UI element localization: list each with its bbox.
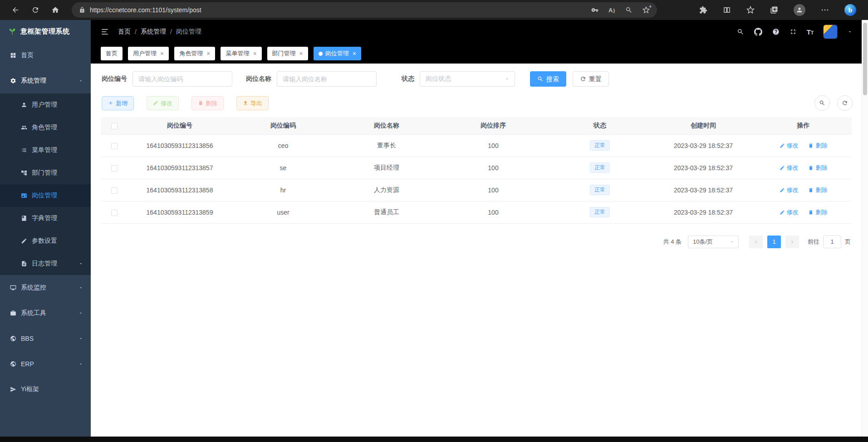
table-row[interactable]: 1641030593112313857 se 项目经理 100 正常 2023-… [101,157,852,179]
search-button[interactable]: 搜索 [530,71,566,87]
sidebar-item-dict-mgmt[interactable]: 字典管理 [0,207,91,230]
breadcrumb-home[interactable]: 首页 [118,28,131,36]
select-all-checkbox[interactable] [111,123,118,129]
paper-plane-icon [10,386,16,393]
copilot-bing-icon[interactable]: b [844,4,856,16]
app-logo: 意框架管理系统 [0,20,91,43]
add-favorite-star-icon[interactable]: + [642,6,650,14]
tab-post-mgmt[interactable]: 岗位管理 × [314,47,361,60]
tab-close-icon[interactable]: × [206,50,210,57]
fullscreen-icon[interactable] [790,28,797,35]
sidebar-item-yi-framework[interactable]: Yi框架 [0,377,91,402]
tab-user-mgmt[interactable]: 用户管理 × [128,47,169,60]
delete-button[interactable]: 删除 [191,96,224,110]
cell-post-sort: 100 [438,179,548,201]
header-search-icon[interactable] [737,28,744,35]
browser-back-button[interactable] [5,2,25,18]
extensions-puzzle-icon[interactable] [699,6,707,14]
cell-post-id: 1641030593112313858 [128,179,231,201]
font-size-icon[interactable]: TT [807,28,814,36]
sidebar-item-system-mgmt[interactable]: 系统管理 [0,68,91,93]
breadcrumb-section[interactable]: 系统管理 [141,28,166,36]
password-key-icon[interactable] [591,6,598,14]
sidebar-item-log-mgmt[interactable]: 日志管理 [0,252,91,275]
chevron-down-icon[interactable] [847,29,853,34]
collections-icon[interactable] [770,6,778,14]
browser-home-button[interactable] [45,2,65,18]
tab-home[interactable]: 首页 [101,47,123,60]
tab-close-icon[interactable]: × [253,50,256,57]
help-question-icon[interactable] [772,28,780,35]
post-code-input[interactable] [132,71,232,87]
user-avatar[interactable] [824,25,837,39]
row-checkbox[interactable] [111,143,118,149]
status-select[interactable]: 岗位状态 [420,71,515,87]
sidebar-item-home[interactable]: 首页 [0,43,91,68]
toggle-search-button[interactable] [814,95,830,111]
prev-page-button[interactable] [749,236,763,248]
col-post-code: 岗位编码 [231,117,335,134]
row-checkbox[interactable] [111,187,118,194]
read-aloud-icon[interactable]: A) [608,7,615,14]
row-delete-link[interactable]: 删除 [808,208,827,216]
row-edit-link[interactable]: 修改 [780,142,799,150]
breadcrumb: 首页 / 系统管理 / 岗位管理 [118,28,201,36]
add-button[interactable]: 新增 [102,96,134,110]
post-name-label: 岗位名称 [246,75,271,83]
row-delete-link[interactable]: 删除 [808,164,827,172]
github-icon[interactable] [754,28,762,36]
sidebar-item-erp[interactable]: ERP [0,351,91,377]
address-bar[interactable]: https://ccnetcore.com:1101/system/post A… [72,2,657,18]
tab-dept-mgmt[interactable]: 部门管理 × [267,47,308,60]
reset-button[interactable]: 重置 [573,71,609,87]
table-row[interactable]: 1641030593112313858 hr 人力资源 100 正常 2023-… [101,179,852,201]
row-delete-link[interactable]: 删除 [808,186,827,194]
sidebar-item-bbs[interactable]: BBS [0,326,91,351]
tab-label: 首页 [106,49,118,58]
next-page-button[interactable] [785,236,799,248]
scrollbar-thumb[interactable] [863,23,867,95]
favorites-star-icon[interactable] [746,6,755,14]
cell-created: 2023-03-29 18:52:37 [652,157,755,179]
sidebar-item-system-tools[interactable]: 系统工具 [0,300,91,326]
tab-menu-mgmt[interactable]: 菜单管理 × [221,47,261,60]
sidebar-item-label: 角色管理 [32,123,57,132]
tab-close-icon[interactable]: × [160,50,164,57]
tab-role-mgmt[interactable]: 角色管理 × [174,47,215,60]
page-number-1[interactable]: 1 [767,236,781,248]
row-checkbox[interactable] [111,210,118,216]
row-edit-link[interactable]: 修改 [780,208,799,216]
row-edit-link[interactable]: 修改 [780,164,799,172]
goto-page-input[interactable] [823,236,841,248]
sidebar-toggle[interactable] [101,28,109,36]
sidebar-item-param-settings[interactable]: 参数设置 [0,230,91,252]
tab-close-icon[interactable]: × [299,50,303,57]
browser-toolbar-right: b [699,4,868,16]
post-name-input[interactable] [277,71,377,87]
row-checkbox[interactable] [111,165,118,172]
table-row[interactable]: 1641030593112313856 ceo 董事长 100 正常 2023-… [101,134,852,157]
content: 岗位编号 岗位名称 状态 岗位状态 搜索 重置 [91,64,862,437]
page-size-select[interactable]: 10条/页 [688,236,739,248]
sidebar-item-user-mgmt[interactable]: 用户管理 [0,93,91,116]
row-delete-link[interactable]: 删除 [808,142,827,150]
table-row[interactable]: 1641030593112313859 user 普通员工 100 正常 202… [101,201,852,223]
split-screen-icon[interactable] [723,6,731,14]
sidebar-item-dept-mgmt[interactable]: 部门管理 [0,162,91,184]
export-button[interactable]: 导出 [236,96,269,110]
refresh-table-button[interactable] [837,95,853,111]
sidebar-item-menu-mgmt[interactable]: 菜单管理 [0,139,91,162]
zoom-icon[interactable] [625,6,633,14]
browser-refresh-button[interactable] [25,2,45,18]
cell-post-name: 董事长 [335,134,438,157]
row-edit-link[interactable]: 修改 [780,186,799,194]
browser-profile-avatar[interactable] [794,4,805,16]
filter-form: 岗位编号 岗位名称 状态 岗位状态 搜索 重置 [102,71,862,87]
sidebar-item-system-monitor[interactable]: 系统监控 [0,275,91,300]
sidebar-item-post-mgmt[interactable]: 岗位管理 [0,184,91,207]
sidebar-item-role-mgmt[interactable]: 角色管理 [0,116,91,139]
scrollbar-track[interactable] [862,20,868,437]
browser-menu-ellipsis-icon[interactable] [821,6,829,14]
edit-button[interactable]: 修改 [147,96,179,110]
tab-close-icon[interactable]: × [353,50,356,57]
